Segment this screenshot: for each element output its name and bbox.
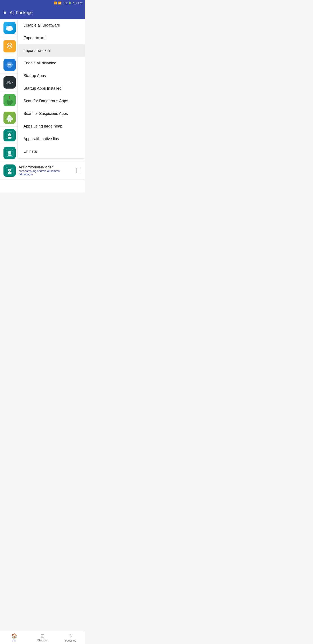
svg-point-2 (8, 26, 12, 29)
menu-item-disable-bloatware[interactable]: Disable all Bloatware (18, 19, 85, 32)
svg-point-35 (10, 134, 10, 135)
time-text: 2:34 PM (72, 2, 82, 4)
svg-point-48 (10, 152, 10, 152)
svg-point-46 (8, 151, 11, 154)
app-icon-acorns (3, 94, 16, 106)
svg-point-47 (9, 152, 9, 152)
svg-point-22 (11, 115, 12, 115)
svg-point-33 (8, 133, 11, 136)
app-icon-9th: 9th (3, 76, 16, 88)
dropdown-menu: Disable all Bloatware Export to xml Impo… (18, 19, 85, 158)
svg-rect-26 (10, 120, 11, 122)
svg-point-18 (10, 116, 11, 117)
hamburger-menu-icon[interactable]: ≡ (3, 10, 6, 16)
svg-text:9th: 9th (6, 80, 13, 85)
svg-text:360: 360 (7, 45, 11, 48)
battery-text: 75% (62, 2, 67, 4)
menu-item-enable-disabled[interactable]: Enable all disabled (18, 57, 85, 70)
menu-item-uninstall[interactable]: Uninstall (18, 145, 85, 158)
svg-rect-52 (7, 154, 11, 156)
app-icon-1weather (3, 22, 16, 34)
app-icon-adapt (3, 147, 16, 159)
svg-point-21 (7, 115, 8, 115)
app-checkbox[interactable] (76, 168, 81, 173)
menu-item-startup-apps-installed[interactable]: Startup Apps Installed (18, 82, 85, 95)
svg-point-3 (6, 26, 8, 28)
battery-icon: 🔋 (68, 2, 71, 4)
svg-rect-24 (11, 118, 12, 120)
menu-item-startup-apps[interactable]: Startup Apps (18, 70, 85, 82)
status-icons: 📶 📶 75% 🔋 2:34 PM (54, 2, 82, 4)
svg-point-61 (10, 170, 10, 170)
svg-point-17 (9, 116, 9, 117)
app-icon-aasa (3, 129, 16, 142)
wifi-icon: 📶 (54, 2, 57, 4)
app-icon-android (3, 112, 16, 124)
menu-item-export-xml[interactable]: Export to xml (18, 32, 85, 44)
svg-text:∞: ∞ (8, 62, 11, 67)
svg-rect-13 (9, 96, 10, 98)
svg-rect-23 (6, 118, 7, 120)
menu-item-apps-large-heap[interactable]: Apps using large heap (18, 120, 85, 133)
svg-rect-65 (7, 172, 11, 174)
app-name: AirCommandManager (19, 165, 74, 169)
status-bar: 📶 📶 75% 🔋 2:34 PM (0, 0, 85, 6)
app-info: AirCommandManager com.samsung.android.ai… (19, 165, 74, 176)
menu-item-scan-dangerous[interactable]: Scan for Dangerous Apps (18, 95, 85, 108)
list-item[interactable]: AirCommandManager com.samsung.android.ai… (0, 162, 85, 180)
signal-icon: 📶 (58, 2, 61, 4)
app-icon-aircommand (3, 164, 16, 177)
menu-item-scan-suspicious[interactable]: Scan for Suspicious Apps (18, 108, 85, 120)
app-package: com.samsung.android.aircomma (19, 169, 74, 172)
menu-item-import-xml[interactable]: Import from xml (18, 44, 85, 57)
svg-rect-39 (7, 137, 11, 138)
app-icon-500fire: ∞ (3, 59, 16, 71)
svg-point-34 (9, 134, 9, 135)
app-header: ≡ All Package (0, 6, 85, 19)
page-title: All Package (10, 10, 33, 15)
menu-item-apps-native-libs[interactable]: Apps with native libs (18, 133, 85, 145)
svg-point-60 (9, 170, 9, 170)
app-icon-360: 360 (3, 40, 16, 52)
svg-point-59 (8, 168, 11, 172)
app-package-line2: ndmanager (19, 172, 74, 176)
svg-rect-25 (8, 120, 9, 122)
